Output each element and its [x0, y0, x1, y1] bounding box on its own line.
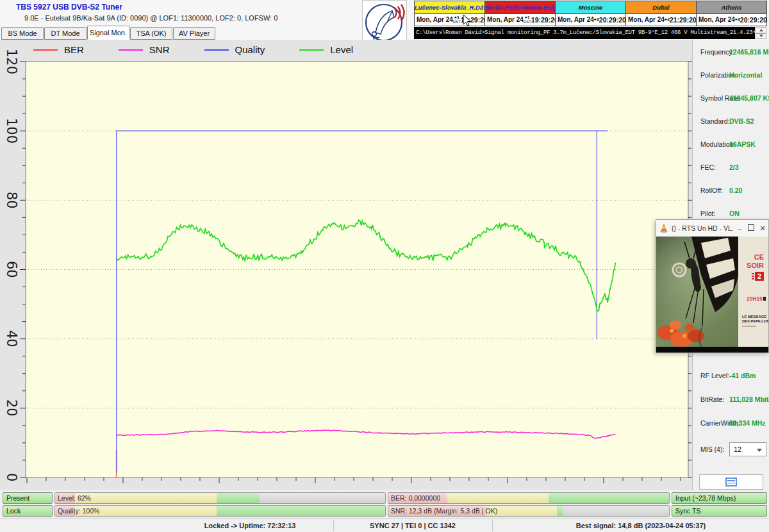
vlc-titlebar[interactable]: () - RTS Un HD - VL... – ✕	[656, 220, 768, 237]
clock-moscow: Moscow Mon, Apr 24 +3 20:29:20	[556, 1, 626, 26]
clock-time: 21:29:20	[670, 16, 697, 24]
clock-city-label: Lučenec-Slovakia_R.Dávid	[415, 1, 484, 14]
legend-ber: BER	[33, 44, 84, 55]
legend-label: BER	[64, 44, 84, 55]
clock-lucenec: Lučenec-Slovakia_R.Dávid Mon, Apr 24 +1D…	[415, 1, 485, 26]
maximize-button[interactable]	[745, 224, 757, 232]
clock-city-label: Athens	[697, 1, 766, 14]
satellite-dish-icon	[363, 1, 406, 46]
bar-segment-green	[217, 506, 385, 516]
tuner-subtitle: 9.0E - Eutelsat 9B/Ka-Sat 9A (ID: 0090) …	[24, 14, 277, 22]
legend-level: Level	[299, 44, 353, 55]
info-row-bitrate: BitRate:111,028 Mbit/s	[693, 395, 769, 404]
signal-plot	[0, 40, 692, 490]
clock-athens: Athens Mon, Apr 24 +3 20:29:20	[697, 1, 766, 26]
info-row-frequency: Frequency:12465,816 MHz	[693, 48, 769, 57]
quality-bar: Quality: 100%	[54, 505, 386, 517]
vlc-window: () - RTS Un HD - VL... – ✕	[656, 219, 769, 353]
vlc-cone-icon	[659, 223, 669, 233]
input-badge: Input (~23,78 Mbps)	[672, 492, 767, 504]
level-bar-label: Level: 62%	[58, 493, 91, 503]
close-button[interactable]: ✕	[757, 224, 768, 233]
minimize-button[interactable]: –	[734, 224, 745, 232]
ber-line-swatch	[33, 49, 58, 51]
clock-offset: +1DST	[524, 16, 531, 24]
present-badge: Present	[3, 492, 53, 504]
snr-bar-label: SNR: 12,3 dB (Margin: 5,3 dB | OK)	[391, 506, 497, 516]
console-command-input[interactable]: C:\Users\Roman Dávid>Signal monitoring_P…	[414, 27, 755, 39]
tuner-title: TBS 5927 USB DVB-S2 Tuner	[16, 3, 122, 12]
vlc-video[interactable]: CE SOIR 2 20H10 LE MESSAGE DES PAPILLONS	[656, 237, 768, 347]
quality-line-swatch	[204, 49, 229, 51]
overlay-line2: DES PAPILLONS	[742, 319, 768, 323]
clock-time: 19:29:20	[531, 16, 558, 24]
arrow-up-icon	[759, 29, 763, 31]
clock-offset: +4	[665, 18, 670, 22]
info-row-fec: FEC:2/3	[693, 163, 769, 172]
app-window: TBS 5927 USB DVB-S2 Tuner 9.0E - Eutelsa…	[0, 0, 769, 532]
legend-quality: Quality	[204, 44, 265, 55]
status-uptime: Locked -> Uptime: 72:32:13	[154, 519, 346, 532]
info-row-rolloff: RollOff:0.20	[693, 187, 769, 195]
tab-tsa[interactable]: TSA (OK)	[130, 27, 172, 40]
clock-city-label: Dubai	[626, 1, 696, 14]
france2-logo: 2	[757, 272, 761, 280]
level-line-swatch	[299, 49, 324, 51]
scroll-up-button[interactable]	[756, 27, 766, 33]
chevron-down-icon	[757, 449, 762, 452]
tab-signal-mon[interactable]: Signal Mon.	[87, 26, 129, 40]
info-row-pilot: Pilot:ON	[693, 210, 769, 219]
scroll-down-button[interactable]	[756, 33, 766, 40]
bar-segment-gray	[260, 493, 385, 503]
tab-bs-mode[interactable]: BS Mode	[1, 27, 44, 40]
stream-button[interactable]	[699, 474, 763, 490]
console-scrollbar	[756, 27, 766, 39]
bar-segment-green	[217, 493, 260, 503]
tab-bar: BS Mode DT Mode Signal Mon. TSA (OK) AV …	[1, 26, 216, 40]
y-tick-label: 60	[3, 247, 21, 292]
vlc-bottom-bar	[656, 347, 768, 353]
clock-city-label: Berlin-Paris-Vienna-Belgrade	[485, 1, 555, 14]
y-tick-label: 100	[3, 108, 21, 153]
legend-label: SNR	[149, 44, 170, 55]
y-tick-label: 120	[3, 39, 21, 84]
overlay-time: 20H10	[747, 295, 763, 302]
tab-av-player[interactable]: AV Player	[173, 27, 215, 40]
y-tick-label: 80	[3, 178, 21, 222]
overlay-ce: CE	[754, 253, 764, 261]
arrow-down-icon	[759, 35, 763, 37]
overlay-soir: SOIR	[747, 262, 764, 269]
indicator-row-1: Present Level: 62% BER: 0,0000000 Input …	[0, 492, 769, 504]
header: TBS 5927 USB DVB-S2 Tuner 9.0E - Eutelsa…	[0, 0, 769, 40]
vlc-window-title: () - RTS Un HD - VL...	[672, 224, 734, 232]
y-tick-label: 40	[3, 317, 21, 362]
clock-berlin: Berlin-Paris-Vienna-Belgrade Mon, Apr 24…	[485, 1, 556, 26]
snr-bar: SNR: 12,3 dB (Margin: 5,3 dB | OK)	[388, 505, 670, 517]
status-bar: Locked -> Uptime: 72:32:13 SYNC 27 | TEI…	[0, 518, 769, 532]
level-bar: Level: 62%	[54, 492, 386, 504]
info-row-standard: Standard:DVB-S2	[693, 117, 769, 126]
status-best-signal: Best signal: 14,8 dB (2023-04-24 05:37)	[532, 519, 750, 532]
mouse-cursor	[463, 14, 472, 27]
legend-snr: SNR	[119, 44, 170, 55]
clock-time: 20:29:20	[599, 16, 626, 24]
indicator-row-2: Lock Quality: 100% SNR: 12,3 dB (Margin:…	[0, 505, 769, 517]
mis-dropdown[interactable]: 12	[729, 442, 766, 456]
info-row-carrierwidth: CarrierWidth:50,334 MHz	[693, 419, 769, 428]
maximize-icon	[748, 224, 754, 231]
info-row-modulation: Modulation:16APSK	[693, 140, 769, 149]
bar-segment-gray	[563, 506, 669, 516]
tab-dt-mode[interactable]: DT Mode	[44, 27, 87, 40]
sync-ts-badge: Sync TS	[672, 505, 767, 517]
clock-date: Mon, Apr 24	[558, 16, 594, 23]
clock-date: Mon, Apr 24	[417, 16, 453, 23]
status-divider	[492, 520, 493, 531]
clock-offset: +3	[735, 18, 740, 22]
clock-date: Mon, Apr 24	[628, 16, 665, 23]
clock-date: Mon, Apr 24	[487, 16, 524, 23]
ber-bar-label: BER: 0,0000000	[391, 493, 440, 503]
clock-time-row: Mon, Apr 24 +1DST 19:29:20	[485, 14, 555, 26]
info-row-rf-level: RF Level:-41 dBm	[693, 372, 769, 381]
bar-segment-yellow	[75, 493, 217, 503]
status-sync: SYNC 27 | TEI 0 | CC 1342	[333, 519, 492, 532]
